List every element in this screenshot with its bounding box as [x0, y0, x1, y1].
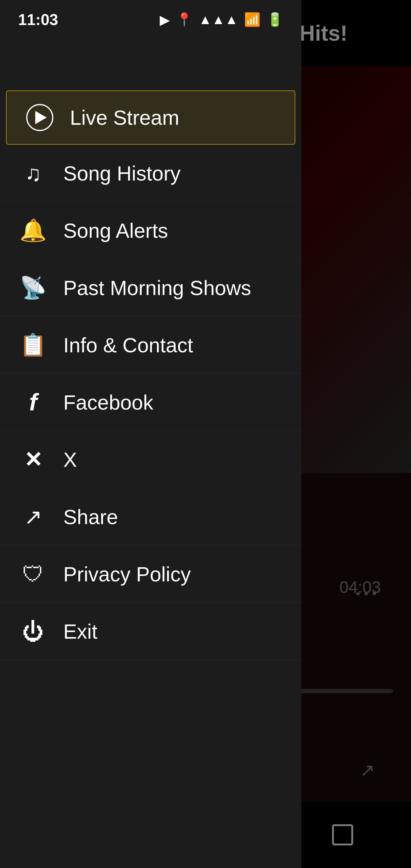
status-icons: ▶ 📍 ▲▲▲ 📶 🔋 [160, 12, 283, 27]
sidebar-item-exit[interactable]: ⏻ Exit [0, 603, 301, 660]
x-icon: ✕ [24, 447, 42, 472]
privacy-policy-icon-wrapper: 🛡 [18, 559, 48, 589]
sidebar-item-x[interactable]: ✕ X [0, 431, 301, 488]
song-alerts-label: Song Alerts [63, 219, 168, 242]
sidebar-item-facebook[interactable]: f Facebook [0, 374, 301, 431]
share-icon: ↗ [24, 504, 42, 530]
privacy-policy-label: Privacy Policy [63, 562, 191, 586]
song-alerts-icon-wrapper: 🔔 [18, 216, 48, 246]
sidebar-item-share[interactable]: ↗ Share [0, 488, 301, 546]
info-icon: 📋 [20, 332, 47, 358]
sidebar-item-live-stream[interactable]: Live Stream [6, 90, 295, 145]
past-morning-shows-icon-wrapper: 📡 [18, 273, 48, 303]
menu-items-container: Live Stream ♫ Song History 🔔 Song Alerts… [0, 90, 301, 660]
info-contact-label: Info & Contact [63, 333, 193, 357]
share-label: Share [63, 505, 118, 529]
sidebar-drawer: 11:03 ▶ 📍 ▲▲▲ 📶 🔋 Live Stream ♫ Song His… [0, 0, 301, 868]
network-icon: 📶 [244, 12, 261, 27]
play-triangle-icon [35, 111, 47, 124]
power-icon: ⏻ [22, 619, 44, 644]
signal-icon: ▲▲▲ [198, 12, 238, 27]
sidebar-item-info-contact[interactable]: 📋 Info & Contact [0, 316, 301, 374]
song-history-label: Song History [63, 161, 181, 185]
exit-icon-wrapper: ⏻ [18, 616, 48, 647]
podcast-icon: 📡 [20, 275, 47, 301]
status-time: 11:03 [18, 10, 58, 29]
live-stream-label: Live Stream [70, 106, 179, 129]
exit-label: Exit [63, 620, 97, 643]
music-icon: ♫ [25, 161, 41, 186]
location-icon: 📍 [176, 12, 193, 27]
x-icon-wrapper: ✕ [18, 444, 48, 475]
facebook-icon-wrapper: f [18, 387, 48, 417]
share-icon-wrapper: ↗ [18, 502, 48, 532]
sidebar-item-song-alerts[interactable]: 🔔 Song Alerts [0, 202, 301, 259]
x-label: X [63, 448, 77, 471]
sidebar-item-past-morning-shows[interactable]: 📡 Past Morning Shows [0, 259, 301, 316]
play-status-icon: ▶ [160, 12, 170, 27]
status-bar: 11:03 ▶ 📍 ▲▲▲ 📶 🔋 [0, 0, 301, 39]
sidebar-item-song-history[interactable]: ♫ Song History [0, 145, 301, 202]
sidebar-item-privacy-policy[interactable]: 🛡 Privacy Policy [0, 546, 301, 603]
battery-icon: 🔋 [267, 12, 283, 27]
bell-icon: 🔔 [20, 218, 47, 243]
song-history-icon-wrapper: ♫ [18, 158, 48, 188]
past-morning-shows-label: Past Morning Shows [63, 276, 251, 300]
shield-icon: 🛡 [22, 562, 44, 587]
play-circle-icon [26, 104, 53, 131]
facebook-label: Facebook [63, 391, 153, 414]
live-stream-icon-wrapper [25, 102, 55, 133]
facebook-icon: f [29, 389, 37, 416]
info-contact-icon-wrapper: 📋 [18, 330, 48, 360]
